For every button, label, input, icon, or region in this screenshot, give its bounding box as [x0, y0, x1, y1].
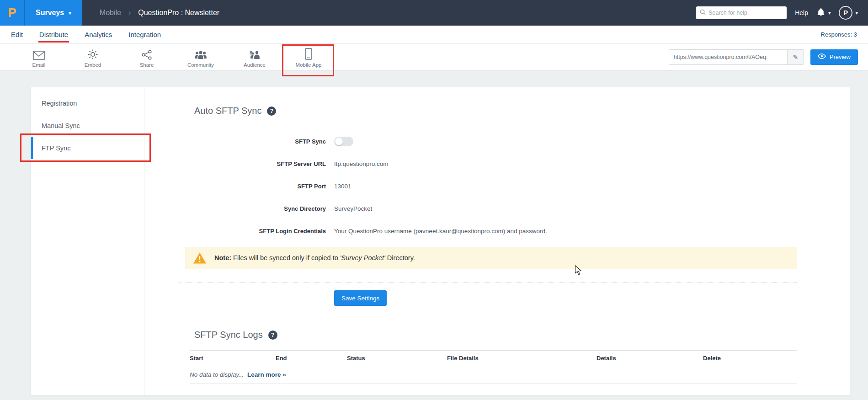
- toolbar-item-label: Share: [140, 62, 154, 68]
- warning-triangle-icon: [185, 252, 214, 264]
- toolbar-item-mobile-app[interactable]: Mobile App: [282, 46, 335, 68]
- toolbar-item-email[interactable]: Email: [12, 46, 66, 68]
- distribute-toolbar: Email Embed Share Community: [0, 44, 868, 70]
- help-search-input[interactable]: [708, 10, 783, 16]
- share-icon: [141, 48, 152, 60]
- help-icon[interactable]: ?: [267, 107, 276, 116]
- toolbar-right: ✎ Preview: [669, 49, 868, 65]
- caret-down-icon: ▾: [855, 11, 858, 16]
- preview-label: Preview: [830, 53, 851, 60]
- toolbar-item-audience[interactable]: $ Audience: [228, 46, 282, 68]
- note-body: Files will be synced only if copied to: [231, 254, 340, 261]
- help-search: [696, 6, 787, 19]
- topbar: P Surveys ▾ Mobile › QuestionPro : Newsl…: [0, 0, 868, 26]
- field-label: SFTP Sync: [179, 138, 326, 145]
- toolbar-item-label: Community: [187, 62, 214, 68]
- form-row-sftp-port: SFTP Port 13001: [179, 175, 797, 197]
- field-label: Sync Directory: [179, 205, 326, 212]
- sidebar-item-ftp-sync[interactable]: FTP Sync: [31, 137, 144, 159]
- pencil-icon: ✎: [793, 53, 798, 61]
- note-text: Note: Files will be synced only if copie…: [214, 254, 415, 261]
- form-row-sync-directory: Sync Directory SurveyPocket: [179, 197, 797, 220]
- form-row-sftp-sync: SFTP Sync: [179, 130, 797, 153]
- community-people-icon: [194, 48, 208, 60]
- section-header: Auto SFTP Sync ?: [179, 106, 797, 116]
- note-banner: Note: Files will be synced only if copie…: [185, 247, 797, 269]
- toolbar-item-label: Embed: [85, 62, 101, 68]
- note-prefix: Note:: [214, 254, 231, 261]
- survey-url-group: ✎: [669, 49, 804, 65]
- logs-empty-row: No data to display... Learn more »: [190, 366, 797, 384]
- tab-integration[interactable]: Integration: [128, 31, 161, 38]
- questionpro-logo[interactable]: P: [0, 0, 25, 26]
- learn-more-link[interactable]: Learn more »: [247, 371, 286, 378]
- save-row: Save Settings: [179, 290, 797, 306]
- breadcrumb: Mobile › QuestionPro : Newsletter: [100, 9, 219, 17]
- logs-col-details: Details: [596, 355, 703, 362]
- mobile-app-panel: Registration Manual Sync FTP Sync Auto S…: [31, 87, 850, 396]
- tab-edit[interactable]: Edit: [11, 31, 23, 38]
- topbar-right: Help ▾ P ▾: [696, 6, 868, 20]
- surveys-menu-button[interactable]: Surveys ▾: [25, 0, 82, 26]
- survey-url-input[interactable]: [669, 54, 787, 60]
- tab-distribute[interactable]: Distribute: [39, 31, 68, 38]
- logo-letter: P: [8, 5, 16, 20]
- note-suffix: Directory.: [385, 254, 415, 261]
- notifications-button[interactable]: ▾: [816, 8, 831, 18]
- form-row-login-credentials: SFTP Login Credentials Your QuestionPro …: [179, 220, 797, 242]
- ftp-sync-settings: Auto SFTP Sync ? SFTP Sync SFTP Server U…: [144, 87, 850, 395]
- form-row-server-url: SFTP Server URL ftp.questionpro.com: [179, 153, 797, 175]
- sidebar-item-registration[interactable]: Registration: [31, 92, 144, 114]
- field-label: SFTP Login Credentials: [179, 228, 326, 235]
- logs-empty-text: No data to display...: [190, 371, 244, 378]
- edit-url-button[interactable]: ✎: [787, 49, 804, 65]
- caret-down-icon: ▾: [828, 11, 831, 16]
- avatar: P: [839, 6, 852, 20]
- logs-header: SFTP Sync Logs ?: [179, 330, 797, 340]
- toolbar-item-label: Audience: [244, 62, 266, 68]
- mobile-phone-icon: [305, 48, 312, 60]
- logs-title: SFTP Sync Logs: [194, 330, 263, 340]
- tab-analytics[interactable]: Analytics: [85, 31, 112, 38]
- sftp-settings-form: SFTP Sync SFTP Server URL ftp.questionpr…: [179, 121, 797, 242]
- save-settings-button[interactable]: Save Settings: [334, 290, 387, 306]
- toolbar-item-label: Email: [32, 62, 46, 68]
- embed-gear-icon: [87, 48, 98, 60]
- sidebar-item-manual-sync[interactable]: Manual Sync: [31, 114, 144, 137]
- logs-table-header: Start End Status File Details Details De…: [190, 350, 797, 366]
- field-label: SFTP Port: [179, 183, 326, 190]
- chevron-right-icon: ›: [128, 9, 131, 17]
- field-value: 13001: [334, 183, 351, 190]
- survey-tabs: Edit Distribute Analytics Integration Re…: [0, 26, 868, 44]
- toolbar-item-label: Mobile App: [296, 62, 322, 68]
- logs-col-delete: Delete: [703, 355, 797, 362]
- section-title: Auto SFTP Sync: [194, 106, 261, 116]
- logs-col-status: Status: [347, 355, 447, 362]
- content-area: Registration Manual Sync FTP Sync Auto S…: [0, 70, 868, 396]
- breadcrumb-mobile[interactable]: Mobile: [100, 9, 121, 17]
- toolbar-item-community[interactable]: Community: [174, 46, 228, 68]
- preview-button[interactable]: Preview: [810, 49, 858, 65]
- help-link[interactable]: Help: [795, 9, 808, 16]
- account-menu-button[interactable]: P ▾: [839, 6, 858, 20]
- note-emphasis: 'Survey Pocket': [340, 254, 385, 261]
- email-icon: [33, 48, 45, 60]
- field-value: Your QuestionPro username (pavneet.kaur@…: [334, 228, 547, 235]
- toolbar-item-embed[interactable]: Embed: [66, 46, 120, 68]
- field-label: SFTP Server URL: [179, 160, 326, 167]
- field-value: [334, 137, 353, 146]
- caret-down-icon: ▾: [69, 11, 71, 16]
- eye-icon: [818, 53, 826, 60]
- svg-text:$: $: [250, 50, 252, 55]
- help-icon[interactable]: ?: [268, 331, 277, 340]
- toolbar-item-share[interactable]: Share: [120, 46, 174, 68]
- bell-icon: [816, 8, 825, 18]
- sftp-sync-toggle[interactable]: [334, 137, 353, 146]
- logs-col-start: Start: [190, 355, 276, 362]
- sftp-sync-logs-table: Start End Status File Details Details De…: [190, 350, 797, 384]
- logs-col-file-details: File Details: [447, 355, 596, 362]
- field-value: SurveyPocket: [334, 205, 372, 212]
- responses-count: Responses: 3: [821, 31, 857, 38]
- toggle-knob: [335, 138, 343, 145]
- page-title: QuestionPro : Newsletter: [138, 9, 219, 17]
